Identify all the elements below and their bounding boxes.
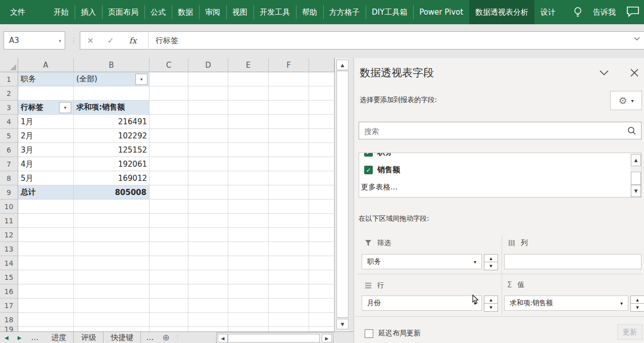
column-header-B[interactable]: B <box>74 58 150 72</box>
column-header-D[interactable]: D <box>188 58 228 72</box>
expand-formula-bar-icon[interactable] <box>634 37 640 41</box>
columns-area-dropzone[interactable] <box>504 254 641 269</box>
row-header-3[interactable]: 3 <box>0 101 18 115</box>
pane-options-chevron-icon[interactable] <box>599 70 609 76</box>
filters-area-field-zhiwu[interactable]: 职务 ▾ <box>362 254 482 269</box>
row-header-2[interactable]: 2 <box>0 86 18 101</box>
cell-B4[interactable]: 216491 <box>74 115 150 129</box>
row-header-8[interactable]: 8 <box>0 171 18 185</box>
new-sheet-icon[interactable]: ⊕ <box>159 332 172 342</box>
tab-power-pivot[interactable]: Power Pivot <box>413 0 469 24</box>
insert-function-icon[interactable]: fx <box>121 36 145 45</box>
filter-dropdown-button[interactable]: ▾ <box>135 74 147 85</box>
tab-pivottable-analyze[interactable]: 数据透视表分析 <box>469 0 534 24</box>
tab-view[interactable]: 视图 <box>226 0 254 24</box>
row-header-5[interactable]: 5 <box>0 129 18 143</box>
values-area-field-sales[interactable]: 求和项:销售额 ▾ <box>504 296 628 311</box>
sheet-overflow-right[interactable]: … <box>141 333 159 342</box>
sheet-nav-right-icon[interactable]: ▶ <box>13 335 26 340</box>
row-header-6[interactable]: 6 <box>0 143 18 157</box>
tab-page-layout[interactable]: 页面布局 <box>102 0 144 24</box>
vertical-scrollbar[interactable]: ▲ ▼ <box>334 58 349 331</box>
tab-help[interactable]: 帮助 <box>296 0 323 24</box>
rows-area-field-yuefen[interactable]: 月份 ▾ <box>362 296 482 311</box>
horizontal-scroll-thumb[interactable] <box>228 334 320 342</box>
cell-A7[interactable]: 4月 <box>18 157 74 171</box>
row-labels-dropdown-button[interactable]: ▾ <box>59 102 71 113</box>
cell-A1-filter-field[interactable]: 职务 <box>18 72 74 86</box>
cell-A9-grand-total[interactable]: 总计 <box>18 185 74 200</box>
row-header-9[interactable]: 9 <box>0 185 18 200</box>
scroll-left-icon[interactable]: ◀ <box>218 334 228 342</box>
sheet-nav-left-icon[interactable]: ◀ <box>0 335 13 340</box>
sheet-tab-pingji[interactable]: 评级 <box>74 332 104 343</box>
rows-field-spinner[interactable]: ▲ ▼ <box>484 296 497 311</box>
column-header-E[interactable]: E <box>228 58 269 72</box>
cell-B9-grand-total-value[interactable]: 805008 <box>74 185 150 200</box>
checkbox-checked-icon[interactable]: ✓ <box>364 153 373 157</box>
checkbox-checked-icon[interactable]: ✓ <box>364 166 373 174</box>
formula-input[interactable]: 行标签 <box>148 36 178 45</box>
cell-B8[interactable]: 169012 <box>74 171 150 185</box>
row-header-4[interactable]: 4 <box>0 115 18 129</box>
scroll-down-icon[interactable]: ▼ <box>631 185 641 197</box>
tab-formulas[interactable]: 公式 <box>144 0 172 24</box>
row-header-16[interactable]: 16 <box>0 284 18 299</box>
column-header-F[interactable]: F <box>269 58 309 72</box>
row-header-7[interactable]: 7 <box>0 157 18 171</box>
row-header-14[interactable]: 14 <box>0 256 18 270</box>
tab-insert[interactable]: 插入 <box>75 0 102 24</box>
row-header-10[interactable]: 10 <box>0 200 18 214</box>
update-button[interactable]: 更新 <box>617 324 642 340</box>
name-box-dropdown-icon[interactable]: ▾ <box>59 38 61 43</box>
field-list-scrollbar[interactable]: ▲ ▼ <box>630 154 640 197</box>
tab-fangfang-addin[interactable]: 方方格子 <box>323 0 366 24</box>
cell-A6[interactable]: 3月 <box>18 143 74 157</box>
tab-developer[interactable]: 开发工具 <box>254 0 296 24</box>
checkbox-unchecked[interactable] <box>365 329 373 338</box>
column-header-A[interactable]: A <box>18 58 74 72</box>
scroll-up-icon[interactable]: ▲ <box>336 60 349 70</box>
field-item-xiaoshoue[interactable]: ✓ 销售额 <box>364 165 400 175</box>
comment-icon[interactable] <box>626 6 639 17</box>
row-header-11[interactable]: 11 <box>0 214 18 228</box>
more-tables-link[interactable]: 更多表格... <box>361 182 398 192</box>
tab-diy-toolbox[interactable]: DIY工具箱 <box>366 0 413 24</box>
tab-review[interactable]: 审阅 <box>199 0 226 24</box>
row-header-13[interactable]: 13 <box>0 242 18 256</box>
cell-B6[interactable]: 125152 <box>74 143 150 157</box>
field-item-zhiwu[interactable]: ✓ 职务 <box>364 153 392 157</box>
cancel-icon[interactable]: ✕ <box>80 36 101 45</box>
sheet-tab-jindu[interactable]: 进度 <box>44 332 74 343</box>
tell-me-box[interactable]: 告诉我 <box>587 0 622 24</box>
row-header-19[interactable]: 19 <box>0 327 18 331</box>
tab-file[interactable]: 文件 <box>0 0 35 24</box>
column-header-C[interactable]: C <box>150 58 188 72</box>
search-icon[interactable] <box>627 126 636 135</box>
row-header-1[interactable]: 1 <box>0 72 18 86</box>
tools-button[interactable]: ⚙ ▾ <box>610 91 642 110</box>
defer-layout-update[interactable]: 延迟布局更新 <box>365 329 421 338</box>
row-header-12[interactable]: 12 <box>0 228 18 242</box>
horizontal-scrollbar[interactable]: ◀ ▶ <box>216 332 333 343</box>
cell-A8[interactable]: 5月 <box>18 171 74 185</box>
row-header-15[interactable]: 15 <box>0 270 18 284</box>
scroll-right-icon[interactable]: ▶ <box>322 334 332 342</box>
column-header-partial[interactable] <box>309 58 334 72</box>
tab-home[interactable]: 开始 <box>47 0 75 24</box>
cell-A4[interactable]: 1月 <box>18 115 74 129</box>
search-input[interactable] <box>363 124 618 138</box>
values-field-spinner[interactable]: ▲ ▼ <box>630 296 643 311</box>
scroll-up-icon[interactable]: ▲ <box>631 154 641 166</box>
row-header-18[interactable]: 18 <box>0 313 18 327</box>
tab-data[interactable]: 数据 <box>172 0 199 24</box>
cell-B3-value-header[interactable]: 求和项:销售额 <box>74 101 150 115</box>
tab-design[interactable]: 设计 <box>534 0 562 24</box>
cell-B5[interactable]: 102292 <box>74 129 150 143</box>
sheet-tab-kuaijiejian[interactable]: 快捷键 <box>104 332 141 343</box>
enter-icon[interactable]: ✓ <box>101 36 121 45</box>
row-header-17[interactable]: 17 <box>0 299 18 313</box>
lightbulb-icon[interactable] <box>562 0 587 24</box>
filters-field-spinner[interactable]: ▲ ▼ <box>484 254 497 269</box>
name-box[interactable]: A3 ▾ <box>4 31 65 50</box>
